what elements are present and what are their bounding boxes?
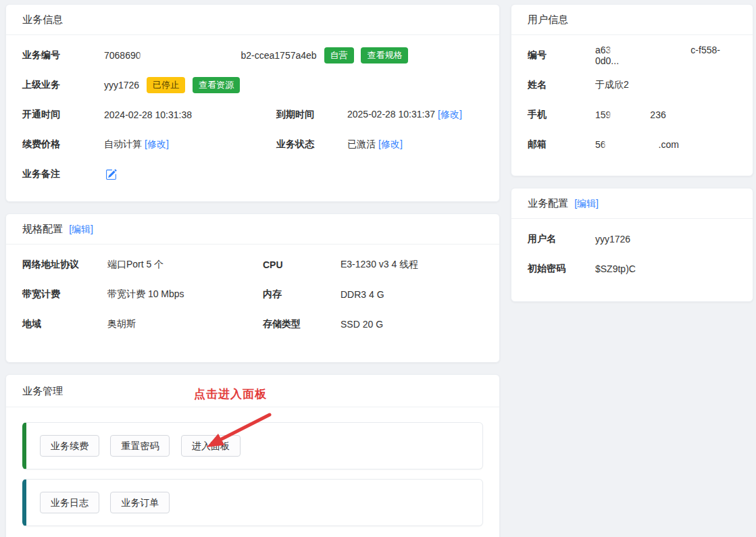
user-email-value: 56.com	[595, 139, 679, 150]
service-config-card: 业务配置 [编辑] 用户名 yyy1726 初始密码 $SZ9tp)C	[511, 188, 753, 302]
service-status-modify-link[interactable]: [修改]	[378, 138, 403, 149]
user-phone-suffix: 236	[650, 109, 665, 120]
business-info-body: 业务编号 7068690b2-ccea1757a4eb 自营 查看规格 上级业务…	[6, 35, 499, 201]
parent-service-label: 上级业务	[22, 79, 104, 91]
service-manage-title: 业务管理	[22, 385, 63, 397]
memory-label: 内存	[263, 288, 341, 301]
user-email-label: 邮箱	[528, 138, 595, 151]
main-layout: 业务信息 业务编号 7068690b2-ccea1757a4eb 自营 查看规格…	[0, 0, 756, 537]
spec-config-edit-link[interactable]: [编辑]	[69, 224, 93, 234]
region-label: 地域	[22, 318, 107, 330]
spec-config-body: 网络地址协议 端口Port 5 个 CPU E3-1230 v3 4 线程 带宽…	[6, 245, 499, 362]
remark-row: 业务备注	[22, 159, 483, 189]
service-config-title: 业务配置	[528, 197, 568, 209]
parent-service-value: yyy1726 已停止 查看资源	[104, 77, 240, 93]
service-config-edit-link[interactable]: [编辑]	[574, 198, 599, 209]
user-email-row: 邮箱 56.com	[528, 130, 736, 159]
parent-service-name: yyy1726	[104, 80, 139, 91]
init-password-value: $SZ9tp)C	[595, 263, 636, 274]
user-info-header: 用户信息	[511, 5, 753, 35]
spec-config-title: 规格配置	[22, 223, 63, 234]
user-email-prefix: 56	[595, 139, 606, 150]
net-protocol-value: 端口Port 5 个	[107, 259, 263, 271]
bandwidth-label: 带宽计费	[22, 288, 107, 301]
memory-value: DDR3 4 G	[341, 289, 384, 300]
net-cpu-row: 网络地址协议 端口Port 5 个 CPU E3-1230 v3 4 线程	[22, 250, 483, 280]
page: { "colors": { "page_bg": "#f0f2f5", "acc…	[0, 0, 756, 537]
user-phone-prefix: 159	[595, 109, 611, 120]
renew-price-text: 自动计算	[104, 138, 142, 149]
service-status-label: 业务状态	[276, 138, 347, 151]
reset-password-button[interactable]: 重置密码	[110, 435, 170, 457]
business-id-label: 业务编号	[22, 49, 104, 61]
service-status-text: 已激活	[347, 138, 376, 149]
storage-type-label: 存储类型	[263, 318, 341, 330]
bandwidth-mem-row: 带宽计费 带宽计费 10 Mbps 内存 DDR3 4 G	[22, 280, 483, 309]
cpu-value: E3-1230 v3 4 线程	[341, 259, 418, 271]
remark-label: 业务备注	[22, 168, 104, 180]
user-name-row: 姓名 于成欣2	[528, 70, 736, 100]
expire-time-modify-link[interactable]: [修改]	[438, 109, 462, 120]
user-info-card: 用户信息 编号 a63c-f558-0d0... 姓名 于成欣2 手机 1592…	[511, 4, 753, 176]
service-order-button[interactable]: 业务订单	[110, 492, 170, 513]
username-value: yyy1726	[595, 234, 630, 245]
redaction-blur	[606, 141, 659, 150]
cpu-label: CPU	[263, 259, 341, 270]
user-id-prefix: a63	[595, 45, 611, 55]
user-email-suffix: .com	[659, 139, 679, 150]
expire-time-value: 2025-02-28 10:31:37[修改]	[347, 109, 462, 121]
annotation-text: 点击进入面板	[194, 386, 267, 402]
open-time-value: 2024-02-28 10:31:38	[104, 109, 276, 120]
username-row: 用户名 yyy1726	[528, 224, 736, 254]
business-id-suffix: b2-ccea1757a4eb	[241, 50, 317, 61]
service-config-header: 业务配置 [编辑]	[511, 188, 753, 219]
region-value: 奥胡斯	[107, 318, 263, 330]
user-info-body: 编号 a63c-f558-0d0... 姓名 于成欣2 手机 159236	[511, 35, 753, 176]
redaction-blur	[141, 52, 241, 61]
user-id-value: a63c-f558-0d0...	[595, 45, 736, 66]
redaction-blur	[611, 47, 690, 55]
service-config-body: 用户名 yyy1726 初始密码 $SZ9tp)C	[511, 219, 753, 301]
annotation-arrow-icon	[203, 409, 277, 451]
parent-service-row: 上级业务 yyy1726 已停止 查看资源	[22, 70, 483, 100]
renew-button[interactable]: 业务续费	[40, 435, 99, 457]
business-info-card: 业务信息 业务编号 7068690b2-ccea1757a4eb 自营 查看规格…	[5, 4, 500, 202]
storage-type-value: SSD 20 G	[341, 319, 383, 330]
net-protocol-label: 网络地址协议	[22, 259, 107, 271]
user-id-label: 编号	[528, 49, 595, 61]
service-status-value: 已激活[修改]	[347, 138, 403, 151]
user-id-row: 编号 a63c-f558-0d0...	[528, 41, 736, 70]
region-storage-row: 地域 奥胡斯 存储类型 SSD 20 G	[22, 309, 483, 339]
right-column: 用户信息 编号 a63c-f558-0d0... 姓名 于成欣2 手机 1592…	[511, 4, 753, 537]
view-spec-button[interactable]: 查看规格	[361, 47, 408, 63]
left-column: 业务信息 业务编号 7068690b2-ccea1757a4eb 自营 查看规格…	[5, 4, 500, 537]
view-resource-button[interactable]: 查看资源	[193, 77, 240, 93]
username-label: 用户名	[528, 233, 595, 245]
user-name-label: 姓名	[528, 79, 595, 91]
business-info-header: 业务信息	[6, 5, 499, 35]
user-phone-value: 159236	[595, 109, 666, 120]
service-log-button[interactable]: 业务日志	[40, 492, 99, 513]
expire-time-label: 到期时间	[276, 109, 347, 121]
redaction-blur	[611, 111, 650, 120]
renew-price-label: 续费价格	[22, 138, 104, 151]
business-id-prefix: 7068690	[104, 50, 141, 61]
time-row: 开通时间 2024-02-28 10:31:38 到期时间 2025-02-28…	[22, 100, 483, 130]
bandwidth-value: 带宽计费 10 Mbps	[107, 288, 263, 301]
init-password-row: 初始密码 $SZ9tp)C	[528, 254, 736, 284]
price-status-row: 续费价格 自动计算[修改] 业务状态 已激活[修改]	[22, 130, 483, 159]
self-operated-badge: 自营	[324, 47, 354, 63]
renew-price-modify-link[interactable]: [修改]	[145, 138, 169, 149]
business-id-value: 7068690b2-ccea1757a4eb 自营 查看规格	[104, 47, 408, 63]
record-action-group: 业务日志 业务订单	[22, 479, 483, 526]
business-info-title: 业务信息	[22, 14, 63, 25]
user-phone-label: 手机	[528, 109, 595, 121]
user-name-value: 于成欣2	[595, 79, 629, 91]
init-password-label: 初始密码	[528, 263, 595, 275]
business-id-row: 业务编号 7068690b2-ccea1757a4eb 自营 查看规格	[22, 41, 483, 70]
stopped-status-badge: 已停止	[147, 77, 185, 93]
spec-config-header: 规格配置 [编辑]	[6, 214, 499, 245]
renew-price-value: 自动计算[修改]	[104, 138, 276, 151]
open-time-label: 开通时间	[22, 109, 104, 121]
remark-edit-icon[interactable]	[105, 169, 117, 180]
